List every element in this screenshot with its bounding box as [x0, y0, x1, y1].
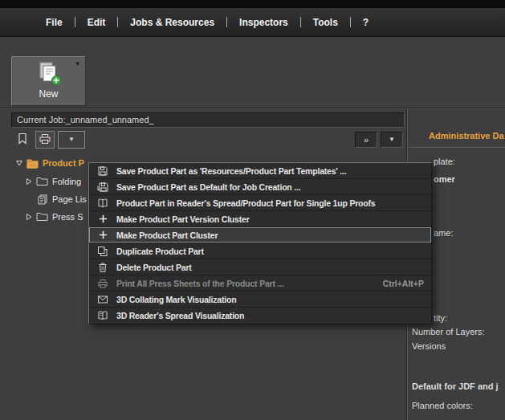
folder-icon: [35, 212, 49, 222]
menu-file[interactable]: File: [35, 13, 73, 32]
panel-label-default-jdf: Default for JDF and j: [412, 381, 499, 391]
tree-item-label: Product P: [43, 158, 84, 168]
menubar-separator: [75, 17, 75, 27]
tree-item-label: Folding: [52, 177, 81, 186]
menu-item-label: Duplicate Product Part: [116, 247, 204, 256]
menu-tools[interactable]: Tools: [303, 13, 348, 32]
panel-header: Administrative Da: [429, 131, 504, 141]
menu-item-label: 3D Reader's Spread Visualization: [116, 311, 244, 320]
menubar-separator: [226, 17, 227, 27]
tree-item-folding[interactable]: Folding: [24, 174, 81, 189]
menubar-separator: [117, 17, 118, 27]
menu-item-3d-readers-spread[interactable]: 3D Reader's Spread Visualization: [89, 308, 431, 324]
save-icon: [89, 165, 116, 177]
readers-spread-3d-icon: [89, 310, 116, 321]
menubar-separator: [300, 17, 301, 27]
menu-item-label: Save Product Part as Default for Job Cre…: [116, 182, 300, 192]
printer-icon: [39, 133, 51, 148]
menu-item-label: Save Product Part as 'Resources/Product …: [116, 166, 347, 176]
menu-item-save-as-default[interactable]: Save Product Part as Default for Job Cre…: [89, 179, 431, 195]
new-document-icon: [35, 61, 63, 90]
expander-open-icon[interactable]: [14, 159, 24, 167]
menu-inspectors[interactable]: Inspectors: [229, 13, 299, 32]
print-button[interactable]: [35, 131, 55, 149]
menu-item-shortcut: Ctrl+Alt+P: [383, 279, 424, 288]
trash-icon: [89, 262, 116, 273]
tree-item-product-part[interactable]: Product P: [14, 156, 84, 170]
bookmark-icon: [17, 133, 28, 148]
duplicate-icon: [89, 246, 116, 257]
bookmark-button[interactable]: [13, 131, 32, 149]
product-part-folder-icon: [26, 158, 39, 169]
tree-item-label: Press S: [52, 212, 83, 222]
new-button-dropdown-arrow[interactable]: ▼: [71, 58, 84, 70]
menu-item-make-cluster[interactable]: Make Product Part Cluster: [89, 227, 431, 243]
product-part-menu-dropdown-button[interactable]: ▼: [58, 131, 85, 149]
panel-label-number-of-layers: Number of Layers:: [412, 327, 484, 336]
panel-header-rule: [409, 147, 505, 148]
panel-label-name: ame:: [434, 228, 453, 238]
menu-item-make-version-cluster[interactable]: Make Product Part Version Cluster: [89, 211, 431, 227]
expander-closed-icon[interactable]: [24, 177, 34, 186]
tree-item-press-sheets[interactable]: Press S: [24, 210, 83, 224]
menu-item-duplicate[interactable]: Duplicate Product Part: [89, 243, 431, 259]
tree-item-label: Page Lis: [52, 194, 87, 204]
panel-label-customer: omer: [434, 174, 455, 184]
fast-forward-button[interactable]: »: [355, 132, 377, 148]
app-window: File Edit Jobs & Resources Inspectors To…: [0, 0, 505, 420]
menu-item-readers-spread[interactable]: Product Part in Reader's Spread/Product …: [89, 195, 431, 211]
panel-label-quantity: tity:: [434, 313, 447, 323]
arrow-down-icon: ▼: [389, 137, 395, 143]
menu-item-delete[interactable]: Delete Product Part: [89, 259, 431, 275]
chevron-down-icon: ▼: [68, 137, 75, 143]
menu-item-label: Product Part in Reader's Spread/Product …: [116, 198, 375, 208]
menubar: File Edit Jobs & Resources Inspectors To…: [0, 8, 505, 37]
product-part-context-menu: Save Product Part as 'Resources/Product …: [88, 162, 432, 324]
plus-icon: [89, 214, 116, 224]
menu-item-print-all-press-sheets: Print All Press Sheets of the Product Pa…: [89, 275, 431, 292]
printer-icon: [89, 278, 116, 289]
menu-help[interactable]: ?: [352, 13, 379, 32]
menubar-separator: [350, 17, 351, 27]
collapse-panel-button[interactable]: ▼: [381, 132, 403, 148]
current-job-bar: Current Job:_unnamed_unnamed_: [11, 112, 405, 128]
new-button[interactable]: ▼ New: [11, 56, 86, 106]
folder-icon: [35, 177, 49, 186]
menu-item-label: Print All Press Sheets of the Product Pa…: [116, 279, 284, 288]
expander-closed-icon[interactable]: [24, 213, 34, 221]
menu-item-label: Delete Product Part: [116, 263, 192, 272]
window-top-strip: [0, 0, 505, 8]
menu-item-save-as-template[interactable]: Save Product Part as 'Resources/Product …: [89, 163, 431, 179]
panel-label-planned-colors: Planned colors:: [412, 401, 473, 410]
double-chevron-right-icon: »: [364, 136, 369, 145]
page-list-icon: [35, 194, 49, 205]
menu-item-3d-collating-mark[interactable]: 3D Collating Mark Visualization: [89, 292, 431, 308]
panel-label-versions: Versions: [412, 341, 446, 351]
new-button-label: New: [12, 88, 85, 100]
collating-mark-icon: [89, 294, 116, 305]
menu-edit[interactable]: Edit: [77, 13, 116, 32]
readers-spread-icon: [89, 198, 116, 209]
menu-item-label: Make Product Part Version Cluster: [116, 214, 250, 224]
save-as-default-icon: [89, 181, 116, 193]
menu-item-label: Make Product Part Cluster: [116, 230, 218, 240]
tree-item-page-list[interactable]: Page Lis: [24, 192, 87, 206]
menu-jobs-resources[interactable]: Jobs & Resources: [120, 13, 225, 32]
panel-label-template: plate:: [434, 157, 455, 166]
plus-icon: [89, 230, 116, 240]
menu-item-label: 3D Collating Mark Visualization: [116, 295, 236, 304]
